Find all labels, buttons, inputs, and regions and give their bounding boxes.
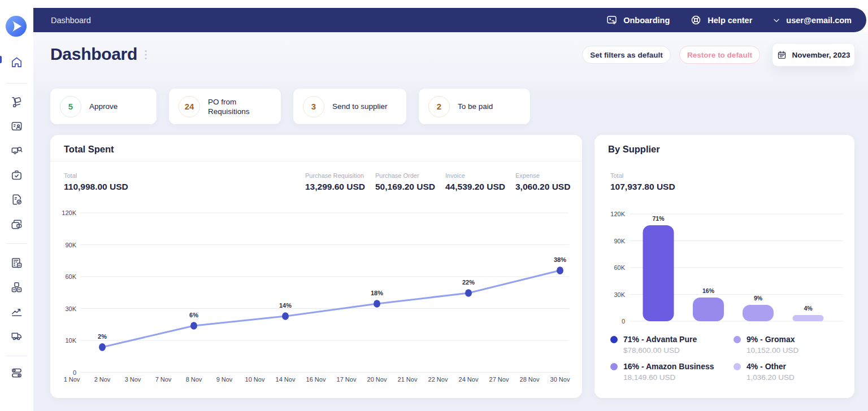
stat-label: Send to supplier	[332, 102, 393, 111]
user-email: user@email.com	[786, 16, 852, 25]
main-content: Dashboard Set filters as default Restore…	[33, 32, 868, 411]
wallet-icon	[10, 218, 23, 231]
document-check-icon	[10, 193, 23, 206]
x-axis-label: 16 Nov	[306, 376, 326, 383]
stat-count: 5	[60, 96, 81, 117]
point-label: 6%	[189, 312, 198, 318]
stat-label: To be paid	[458, 102, 498, 111]
app-logo[interactable]	[5, 15, 27, 37]
data-point[interactable]	[282, 312, 289, 320]
point-label: 14%	[279, 302, 292, 309]
bar-gromax[interactable]	[743, 305, 774, 321]
stat-card-approve[interactable]: 5 Approve	[50, 89, 157, 124]
sidebar-item-invoices[interactable]	[0, 193, 33, 206]
navbar-title: Dashboard	[51, 16, 91, 25]
x-axis-label: 21 Nov	[398, 376, 418, 383]
by-supplier-panel: By Supplier Total 107,937.80 USD 030K60K…	[594, 135, 854, 398]
total-spent-line-chart: 010K30K60K90K120K1 Nov2 Nov3 Nov7 Nov8 N…	[60, 203, 572, 389]
data-point[interactable]	[374, 300, 380, 308]
onboarding-button[interactable]: Onboarding	[606, 14, 670, 26]
x-axis-label: 2 Nov	[94, 376, 111, 383]
legend-item-advanta-pure: 71% - Advanta Pure $78,600.00 USD	[610, 335, 734, 355]
lifebuoy-icon	[690, 14, 702, 26]
by-supplier-total-metric: Total 107,937.80 USD	[610, 172, 675, 192]
toggles-icon	[10, 366, 23, 379]
x-axis-label: 7 Nov	[155, 376, 172, 383]
sidebar-item-requisitions[interactable]	[0, 95, 33, 108]
sidebar-item-analytics[interactable]	[0, 305, 33, 318]
bar-advanta-pure[interactable]	[643, 225, 674, 321]
sidebar-item-orders[interactable]	[0, 169, 33, 182]
truck-search-icon	[10, 144, 23, 157]
x-axis-label: 9 Nov	[216, 376, 233, 383]
y-axis-label: 60K	[614, 264, 625, 271]
legend-dot	[610, 336, 618, 343]
restore-default-button[interactable]: Restore to default	[679, 46, 760, 64]
data-point[interactable]	[99, 343, 106, 351]
sidebar-item-budgets[interactable]	[0, 256, 33, 269]
y-axis-label: 30K	[614, 291, 625, 298]
bar-amazon-business[interactable]	[693, 298, 724, 321]
stat-card-po-from-requisitions[interactable]: 24 PO from Requisitions	[169, 89, 281, 124]
x-axis-label: 1 Nov	[64, 376, 80, 383]
data-point[interactable]	[190, 322, 197, 330]
sidebar-item-home[interactable]	[0, 56, 33, 69]
purchase-requisition-metric: Purchase Requisition 13,299.60 USD	[305, 172, 365, 192]
total-spent-panel: Total Spent Total 110,998.00 USD Purchas…	[50, 135, 582, 398]
by-supplier-legend: 71% - Advanta Pure $78,600.00 USD 9% - G…	[610, 335, 798, 382]
request-card-icon	[10, 120, 23, 133]
stat-count: 2	[428, 96, 450, 117]
bar-label: 16%	[702, 287, 715, 294]
total-spent-title: Total Spent	[64, 144, 114, 155]
chart-line-icon	[10, 305, 23, 318]
sidebar-item-catalogs[interactable]	[0, 281, 33, 294]
x-axis-label: 3 Nov	[125, 376, 141, 383]
x-axis-label: 20 Nov	[367, 376, 387, 383]
y-axis-label: 120K	[62, 209, 76, 216]
help-center-button[interactable]: Help center	[690, 14, 752, 26]
home-icon	[10, 56, 23, 69]
bar-label: 71%	[652, 215, 665, 222]
bar-other[interactable]	[793, 315, 824, 321]
legend-item-gromax: 9% - Gromax 10,152.00 USD	[734, 335, 798, 355]
legend-dot	[610, 363, 618, 370]
hand-truck-icon	[10, 95, 23, 108]
point-label: 22%	[462, 279, 475, 286]
x-axis-label: 22 Nov	[428, 376, 448, 383]
calendar-icon	[777, 50, 787, 60]
bar-label: 4%	[804, 305, 813, 312]
legend-dot	[734, 363, 741, 370]
y-axis-label: 10K	[65, 337, 76, 344]
set-filters-default-button[interactable]: Set filters as default	[582, 46, 671, 64]
sidebar-item-deliveries[interactable]	[0, 329, 33, 342]
legend-item-other: 4% - Other 1,036.20 USD	[734, 362, 798, 382]
stat-card-send-to-supplier[interactable]: 3 Send to supplier	[293, 89, 406, 124]
point-label: 18%	[371, 290, 383, 296]
total-spent-metric: Total 110,998.00 USD	[64, 172, 128, 192]
page-title: Dashboard	[50, 45, 137, 64]
stat-card-to-be-paid[interactable]: 2 To be paid	[419, 89, 530, 124]
sidebar-item-payments[interactable]	[0, 218, 33, 231]
y-axis-label: 0	[73, 369, 76, 376]
by-supplier-bar-chart: 030K60K90K120K71%16%9%4%	[601, 209, 848, 328]
stat-label: Approve	[89, 102, 123, 111]
x-axis-label: 28 Nov	[520, 376, 540, 383]
data-point[interactable]	[465, 289, 472, 297]
x-axis-label: 8 Nov	[186, 376, 202, 383]
sidebar-item-sourcing[interactable]	[0, 144, 33, 157]
data-point[interactable]	[557, 266, 563, 274]
chevron-down-icon	[772, 16, 780, 24]
invoice-metric: Invoice 44,539.20 USD	[445, 172, 505, 192]
kebab-menu-icon[interactable]	[145, 50, 147, 60]
sidebar-item-approvals[interactable]	[0, 120, 33, 133]
stat-label: PO from Requisitions	[208, 97, 270, 116]
sidebar-item-settings[interactable]	[0, 366, 33, 379]
onboarding-icon	[606, 14, 618, 26]
x-axis-label: 27 Nov	[489, 376, 509, 383]
date-picker-button[interactable]: November, 2023	[772, 43, 855, 67]
y-axis-label: 60K	[65, 273, 76, 280]
point-label: 2%	[98, 333, 107, 340]
briefcase-check-icon	[10, 169, 23, 182]
y-axis-label: 90K	[614, 238, 625, 244]
user-menu[interactable]: user@email.com	[772, 16, 852, 25]
